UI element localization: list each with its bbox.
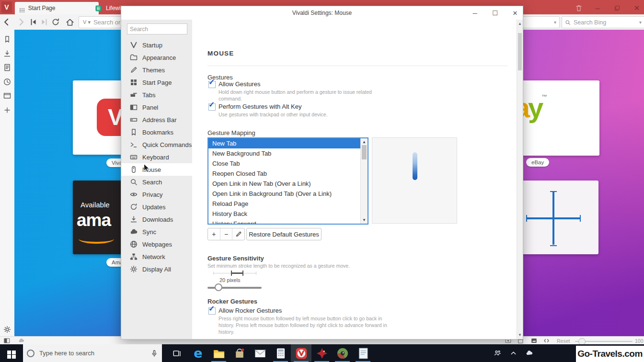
- settings-nav-bookmarks[interactable]: Bookmarks: [121, 126, 192, 138]
- microphone-icon[interactable]: [150, 350, 158, 357]
- sync-icon: [130, 228, 138, 236]
- start-button[interactable]: [0, 344, 23, 362]
- dialog-minimize-button[interactable]: ─: [471, 9, 479, 17]
- bing-search-input[interactable]: [573, 19, 637, 26]
- image-toggle-icon[interactable]: [531, 338, 537, 344]
- taskbar-app-calculator[interactable]: [270, 344, 291, 362]
- settings-nav-start-page[interactable]: Start Page: [121, 76, 192, 89]
- notes-panel-icon[interactable]: [3, 64, 11, 71]
- vivaldi-menu-button[interactable]: V: [1, 1, 12, 13]
- search-engine-field[interactable]: ▾: [562, 16, 644, 28]
- scroll-up-icon[interactable]: ▲: [361, 140, 368, 144]
- dialog-scrollbar[interactable]: ▲ ▼: [517, 20, 523, 339]
- gesture-mapping-item[interactable]: Open Link in New Tab (Over a Link): [208, 179, 361, 189]
- settings-nav-downloads[interactable]: Downloads: [121, 213, 192, 226]
- gesture-mapping-item[interactable]: Reload Page: [208, 199, 361, 209]
- address-dropdown-icon[interactable]: ▾: [554, 20, 556, 25]
- remove-gesture-button[interactable]: −: [220, 228, 232, 240]
- reload-button[interactable]: [51, 18, 60, 26]
- tiling-icon[interactable]: [543, 338, 550, 344]
- browser-close-button[interactable]: ✕: [632, 4, 641, 12]
- dialog-close-button[interactable]: ✕: [511, 9, 519, 17]
- dialog-maximize-button[interactable]: ☐: [491, 9, 499, 17]
- settings-nav-themes[interactable]: Themes: [121, 64, 192, 76]
- taskbar-app-notepad[interactable]: [353, 344, 373, 362]
- downloads-panel-icon[interactable]: [3, 50, 11, 57]
- edit-gesture-button[interactable]: [232, 228, 244, 240]
- add-gesture-button[interactable]: +: [208, 228, 220, 240]
- settings-search-input[interactable]: [127, 23, 187, 34]
- scroll-down-icon[interactable]: ▼: [517, 333, 523, 337]
- add-panel-icon[interactable]: [3, 106, 11, 114]
- settings-nav-display-all[interactable]: Display All: [121, 263, 192, 275]
- webpages-icon: [130, 240, 138, 248]
- settings-nav-mouse[interactable]: Mouse: [121, 163, 192, 176]
- scroll-thumb[interactable]: [362, 145, 367, 159]
- zoom-reset-button[interactable]: Reset: [557, 338, 570, 344]
- gesture-mapping-item[interactable]: Open Link in Background Tab (Over a Link…: [208, 189, 361, 199]
- gesture-mapping-item[interactable]: New Tab: [208, 138, 361, 148]
- settings-nav-network[interactable]: Network: [121, 250, 192, 263]
- settings-nav-webpages[interactable]: Webpages: [121, 238, 192, 250]
- settings-nav-quick-commands[interactable]: Quick Commands: [121, 138, 192, 151]
- settings-nav-tabs[interactable]: Tabs: [121, 89, 192, 101]
- taskbar-app-store[interactable]: [229, 344, 250, 362]
- forward-button[interactable]: [16, 18, 26, 26]
- allow-rocker-checkbox[interactable]: ✓: [208, 307, 216, 315]
- mail-icon: [254, 347, 266, 360]
- gesture-mapping-item[interactable]: History Back: [208, 209, 361, 219]
- settings-nav-label: Tabs: [142, 91, 155, 99]
- taskbar-app-edge[interactable]: e: [188, 344, 208, 362]
- vivaldi-dropdown-icon[interactable]: V ▾: [83, 19, 91, 25]
- bookmarks-panel-icon[interactable]: [3, 35, 11, 43]
- settings-nav-privacy[interactable]: Privacy: [121, 188, 192, 201]
- rewind-button[interactable]: [29, 18, 38, 26]
- settings-nav-keyboard[interactable]: Keyboard: [121, 151, 192, 163]
- scroll-down-icon[interactable]: ▼: [361, 218, 368, 222]
- restore-default-gestures-button[interactable]: Restore Default Gestures: [246, 228, 322, 240]
- sensitivity-slider-thumb[interactable]: [215, 283, 222, 291]
- gesture-mapping-item[interactable]: New Background Tab: [208, 148, 361, 158]
- gesture-mapping-item[interactable]: Close Tab: [208, 158, 361, 169]
- scroll-up-icon[interactable]: ▲: [517, 22, 523, 26]
- scroll-thumb[interactable]: [518, 33, 522, 70]
- history-panel-icon[interactable]: [3, 78, 11, 86]
- settings-nav-startup[interactable]: Startup: [121, 39, 192, 51]
- amazon-available-text: Available: [80, 201, 110, 209]
- taskbar-search-input[interactable]: [38, 349, 147, 357]
- settings-nav-address-bar[interactable]: Address Bar: [121, 113, 192, 126]
- gesture-mapping-list[interactable]: New TabNew Background TabClose TabReopen…: [207, 137, 368, 225]
- allow-gestures-checkbox[interactable]: ✓: [208, 81, 216, 88]
- taskbar-app-app-round[interactable]: [332, 344, 353, 362]
- tab-start-page[interactable]: Start Page: [15, 2, 99, 14]
- browser-minimize-button[interactable]: ─: [593, 4, 602, 12]
- gesture-mapping-item[interactable]: Reopen Closed Tab: [208, 169, 361, 179]
- taskbar-app-file-explorer[interactable]: [208, 344, 229, 362]
- taskbar-app-app-red[interactable]: [311, 344, 332, 362]
- taskbar-app-mail[interactable]: [250, 344, 270, 362]
- sync-status-icon[interactable]: [18, 338, 24, 344]
- browser-restore-button[interactable]: [613, 4, 621, 12]
- settings-gear-icon[interactable]: [3, 326, 11, 333]
- window-panel-icon[interactable]: [3, 92, 11, 100]
- settings-nav-search[interactable]: Search: [121, 176, 192, 188]
- alt-key-checkbox[interactable]: ✓: [208, 103, 216, 111]
- tray-expand-icon[interactable]: [510, 350, 517, 357]
- trash-icon[interactable]: [575, 4, 583, 12]
- settings-nav-appearance[interactable]: Appearance: [121, 51, 192, 64]
- search-engine-dropdown-icon[interactable]: ▾: [639, 20, 642, 25]
- settings-nav-updates[interactable]: Updates: [121, 201, 192, 213]
- people-tray-icon[interactable]: [494, 350, 501, 357]
- taskbar-app-vivaldi[interactable]: [291, 344, 311, 362]
- back-button[interactable]: [2, 18, 12, 26]
- settings-nav-panel[interactable]: Panel: [121, 101, 192, 113]
- fast-forward-button[interactable]: [39, 18, 49, 26]
- task-view-button[interactable]: [169, 344, 185, 362]
- onedrive-tray-icon[interactable]: [526, 350, 533, 357]
- home-button[interactable]: [65, 18, 75, 26]
- gesture-mapping-item[interactable]: History Forward: [208, 219, 361, 225]
- list-scrollbar[interactable]: ▲ ▼: [360, 138, 368, 224]
- taskbar-search[interactable]: [23, 344, 162, 362]
- panel-toggle-icon[interactable]: [4, 338, 10, 344]
- settings-nav-sync[interactable]: Sync: [121, 226, 192, 238]
